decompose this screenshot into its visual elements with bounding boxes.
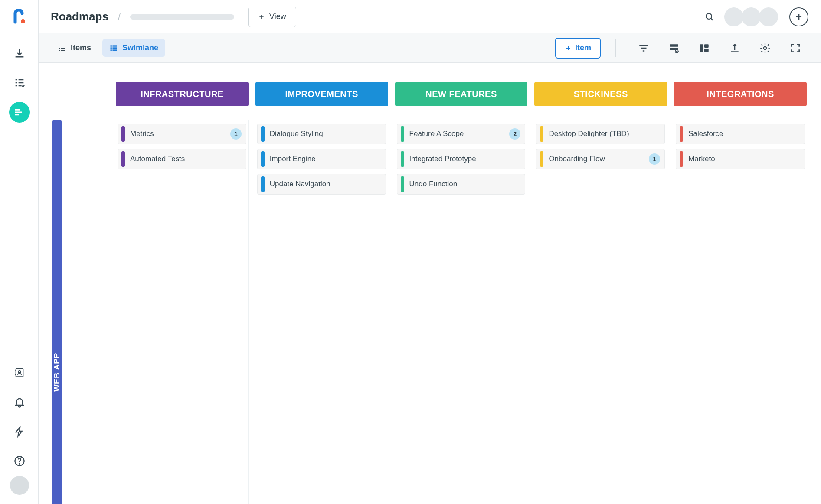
svg-rect-9 (113, 45, 117, 46)
rail-list-icon[interactable] (9, 72, 30, 93)
settings-icon[interactable] (756, 39, 775, 58)
view-button[interactable]: View (248, 7, 296, 27)
rail-download-icon[interactable] (9, 43, 30, 64)
cell-web_app-infrastructure: Metrics1Automated Tests (116, 120, 249, 504)
card-color-bar (121, 151, 125, 167)
board-grid: INFRASTRUCTUREIMPROVEMENTSNEW FEATURESST… (52, 82, 807, 504)
card-color-bar (121, 126, 125, 142)
svg-point-5 (706, 13, 712, 19)
rail-bell-icon[interactable] (9, 392, 30, 413)
svg-rect-16 (704, 44, 709, 48)
svg-point-14 (675, 49, 679, 53)
card[interactable]: Dialogue Styling (257, 124, 386, 144)
card[interactable]: Update Navigation (257, 174, 386, 195)
tab-items[interactable]: Items (51, 39, 98, 57)
avatar[interactable] (724, 7, 743, 26)
add-item-button[interactable]: Item (555, 38, 601, 59)
card[interactable]: Automated Tests (118, 149, 246, 169)
left-rail (0, 0, 39, 504)
svg-rect-11 (113, 49, 117, 51)
swimlane-board: INFRASTRUCTUREIMPROVEMENTSNEW FEATURESST… (39, 63, 821, 504)
search-icon[interactable] (700, 7, 719, 26)
card-color-bar (261, 126, 265, 142)
svg-rect-8 (111, 49, 112, 51)
card-label: Desktop Delighter (TBD) (549, 130, 660, 138)
fullscreen-icon[interactable] (786, 39, 805, 58)
card-color-bar (401, 176, 404, 192)
card-color-bar (680, 151, 683, 167)
rail-help-icon[interactable] (9, 451, 30, 471)
avatar[interactable] (759, 7, 778, 26)
toolbar-divider (615, 39, 616, 57)
card[interactable]: Desktop Delighter (TBD) (536, 124, 665, 144)
svg-rect-15 (700, 44, 703, 52)
card-color-bar (401, 126, 404, 142)
card[interactable]: Salesforce (676, 124, 805, 144)
svg-point-4 (19, 463, 20, 464)
list-icon (58, 44, 66, 52)
svg-rect-10 (113, 47, 117, 49)
column-header-infrastructure[interactable]: INFRASTRUCTURE (116, 82, 249, 106)
tab-swimlane[interactable]: Swimlane (102, 39, 165, 57)
layout-icon[interactable] (695, 39, 714, 58)
add-item-label: Item (575, 43, 591, 52)
main-panel: Roadmaps / View + Items (39, 0, 821, 504)
svg-rect-12 (670, 44, 678, 46)
cell-web_app-integrations: SalesforceMarketo (674, 120, 807, 504)
card-color-bar (540, 126, 543, 142)
swimlane-icon (109, 44, 118, 52)
cell-web_app-stickiness: Desktop Delighter (TBD)Onboarding Flow1 (534, 120, 667, 504)
cell-web_app-new_features: Feature A Scope2Integrated PrototypeUndo… (395, 120, 528, 504)
plus-icon (258, 13, 265, 20)
filter-icon[interactable] (634, 39, 653, 58)
breadcrumb-placeholder (130, 14, 234, 20)
card[interactable]: Metrics1 (118, 124, 246, 144)
view-button-label: View (269, 12, 286, 21)
app-logo[interactable] (12, 9, 27, 26)
card-label: Marketo (688, 155, 800, 163)
card[interactable]: Undo Function (397, 174, 526, 195)
card-label: Salesforce (688, 130, 800, 138)
card-label: Undo Function (409, 180, 521, 189)
rail-user-avatar[interactable] (10, 476, 29, 495)
column-header-stickiness[interactable]: STICKINESS (534, 82, 667, 106)
column-header-improvements[interactable]: IMPROVEMENTS (255, 82, 388, 106)
card[interactable]: Marketo (676, 149, 805, 169)
cell-web_app-improvements: Dialogue StylingImport EngineUpdate Navi… (255, 120, 388, 504)
svg-point-18 (764, 46, 767, 49)
card-label: Metrics (130, 130, 230, 138)
card-label: Update Navigation (270, 180, 381, 189)
card[interactable]: Integrated Prototype (397, 149, 526, 169)
card-label: Automated Tests (130, 155, 242, 163)
card[interactable]: Import Engine (257, 149, 386, 169)
card[interactable]: Onboarding Flow1 (536, 149, 665, 169)
tab-swimlane-label: Swimlane (122, 43, 158, 52)
card-color-bar (540, 151, 543, 167)
plus-icon (565, 45, 572, 52)
card-label: Import Engine (270, 155, 381, 163)
card[interactable]: Feature A Scope2 (397, 124, 526, 144)
card-badge: 1 (649, 153, 660, 165)
card-color-bar (261, 176, 265, 192)
card-color-bar (261, 151, 265, 167)
svg-point-0 (21, 19, 25, 23)
column-header-integrations[interactable]: INTEGRATIONS (674, 82, 807, 106)
avatar[interactable] (742, 7, 761, 26)
row-label-web_app[interactable]: WEB APP (52, 120, 62, 504)
card-color-bar (401, 151, 404, 167)
card-label: Onboarding Flow (549, 155, 649, 163)
column-header-new_features[interactable]: NEW FEATURES (395, 82, 528, 106)
header-avatars[interactable] (726, 7, 778, 26)
svg-rect-7 (111, 47, 112, 49)
link-columns-icon[interactable] (664, 39, 684, 58)
card-color-bar (680, 126, 683, 142)
page-title: Roadmaps (51, 10, 108, 23)
svg-rect-6 (111, 45, 112, 46)
card-label: Dialogue Styling (270, 130, 381, 138)
view-toolbar: Items Swimlane Item (39, 33, 821, 63)
add-collaborator-button[interactable]: + (789, 7, 808, 26)
export-icon[interactable] (725, 39, 744, 58)
rail-contact-icon[interactable] (9, 362, 30, 383)
rail-bolt-icon[interactable] (9, 421, 30, 442)
rail-roadmap-icon[interactable] (9, 102, 30, 123)
